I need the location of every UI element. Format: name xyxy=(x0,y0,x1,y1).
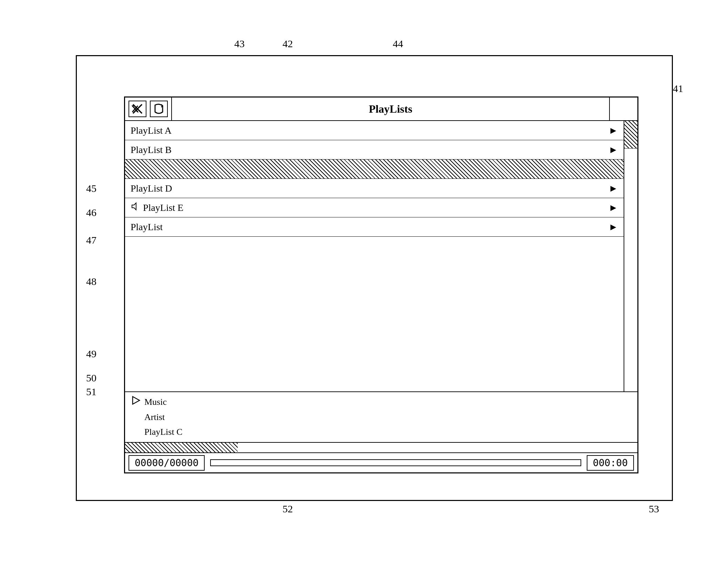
track-counter: 00000/00000 xyxy=(129,455,205,471)
ui-window: PlayLists PlayList A ► PlayList B ► Play… xyxy=(124,96,638,473)
shuffle-icon xyxy=(131,102,144,115)
repeat-icon xyxy=(152,102,165,115)
label-49: 49 xyxy=(86,348,96,360)
scrollbar-track[interactable] xyxy=(624,149,637,391)
svg-marker-4 xyxy=(132,203,136,210)
title-text: PlayLists xyxy=(369,103,412,115)
list-item[interactable]: PlayList A ► xyxy=(125,121,624,140)
list-item-selected[interactable]: PlayList C xyxy=(125,160,624,179)
shuffle-button[interactable] xyxy=(129,101,146,117)
list-item-label: PlayList E xyxy=(143,202,606,213)
now-playing-track-row: Music xyxy=(132,395,630,409)
list-item-label: PlayList A xyxy=(131,125,606,136)
list-item[interactable]: PlayList ► xyxy=(125,217,624,237)
scrollbar[interactable] xyxy=(624,121,637,391)
list-item-label: PlayList B xyxy=(131,144,606,155)
header-title: PlayLists xyxy=(172,98,610,120)
now-playing-artist: Artist xyxy=(144,410,165,424)
scrollbar-thumb[interactable] xyxy=(624,121,637,149)
label-53: 53 xyxy=(649,503,659,515)
label-43: 43 xyxy=(234,38,245,50)
list-item[interactable]: PlayList B ► xyxy=(125,140,624,160)
label-45: 45 xyxy=(86,183,96,194)
list-item-arrow: ► xyxy=(608,183,618,194)
progress-bar-fill xyxy=(125,443,238,452)
repeat-button[interactable] xyxy=(150,101,168,117)
label-50: 50 xyxy=(86,372,96,384)
speaker-icon xyxy=(131,202,140,214)
now-playing-info: Music Artist PlayList C xyxy=(125,392,637,443)
list-item-arrow: ► xyxy=(608,144,618,155)
time-progress-bar xyxy=(210,459,581,466)
time-display: 000:00 xyxy=(587,455,634,471)
list-area: PlayList A ► PlayList B ► PlayList C Pla… xyxy=(125,121,637,392)
playlist-list: PlayList A ► PlayList B ► PlayList C Pla… xyxy=(125,121,624,391)
play-icon xyxy=(132,395,141,409)
list-item-arrow: ► xyxy=(608,202,618,213)
progress-area xyxy=(125,443,637,453)
list-item[interactable]: PlayList E ► xyxy=(125,198,624,217)
label-44: 44 xyxy=(393,38,403,50)
label-41: 41 xyxy=(673,83,683,94)
now-playing-track: Music xyxy=(144,395,167,409)
list-item[interactable]: PlayList D ► xyxy=(125,179,624,198)
list-item-label: PlayList xyxy=(131,222,606,233)
label-46: 46 xyxy=(86,207,96,218)
label-51: 51 xyxy=(86,386,96,398)
header-right-space xyxy=(610,98,637,120)
list-item-label: PlayList C xyxy=(131,164,618,175)
now-playing-playlist: PlayList C xyxy=(144,425,183,439)
list-item-arrow: ► xyxy=(608,125,618,136)
label-52: 52 xyxy=(283,503,293,515)
label-48: 48 xyxy=(86,276,96,287)
list-item-arrow: ► xyxy=(608,222,618,233)
label-42: 42 xyxy=(283,38,293,50)
status-bar: 00000/00000 000:00 xyxy=(125,453,637,472)
header-controls xyxy=(125,98,172,120)
list-item-label: PlayList D xyxy=(131,183,606,194)
svg-marker-5 xyxy=(133,397,140,404)
header-bar: PlayLists xyxy=(125,98,637,121)
label-47: 47 xyxy=(86,234,96,246)
now-playing-playlist-row: PlayList C xyxy=(132,425,630,439)
now-playing-artist-row: Artist xyxy=(132,410,630,424)
